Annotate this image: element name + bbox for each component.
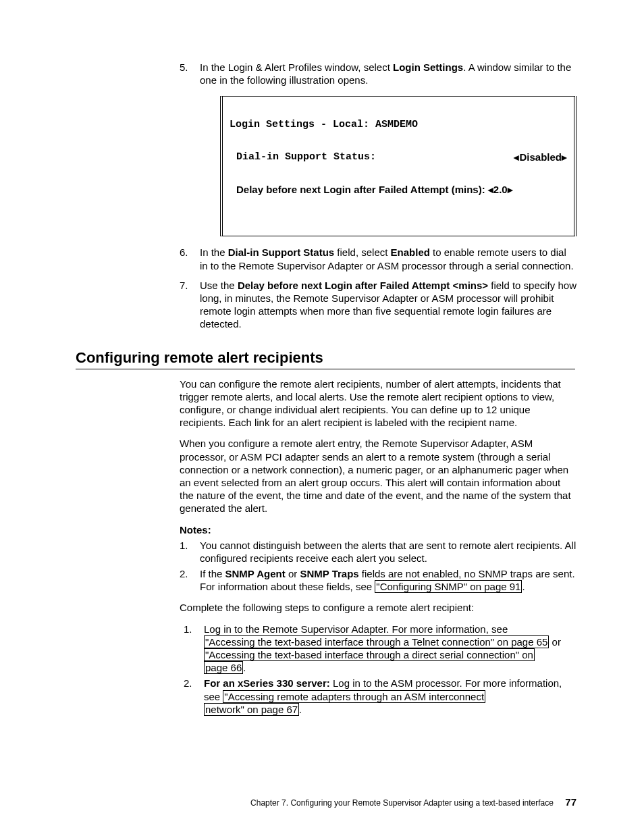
paragraph: You can configure the remote alert recip… [180, 377, 576, 429]
terminal-value: ◂Disabled▸ [514, 149, 567, 165]
note-number: 2. [180, 567, 188, 580]
terminal-line: Dial-in Support Status: [236, 149, 376, 165]
text: . [243, 662, 246, 673]
step-6: 6. In the Dial-in Support Status field, … [180, 246, 576, 271]
text: If the [200, 568, 225, 579]
step-item: 1. Log in to the Remote Supervisor Adapt… [184, 623, 576, 675]
terminal-line: Delay before next Login after Failed Att… [230, 182, 567, 198]
notes-heading: Notes: [180, 523, 576, 536]
text: In the Login & Alert Profiles window, se… [200, 61, 393, 73]
bold-text: Dial-in Support Status [228, 246, 335, 258]
bold-text: For an xSeries 330 server: [204, 677, 330, 689]
bold-text: Delay before next Login after Failed Att… [238, 280, 488, 291]
step-number: 6. [180, 246, 188, 259]
page-number: 77 [565, 796, 576, 808]
terminal-screenshot: Login Settings - Local: ASMDEMO Dial-in … [220, 96, 576, 236]
text: or [286, 568, 300, 579]
cross-reference-link[interactable]: "Accessing the text-based interface thro… [204, 648, 535, 661]
text: . [522, 581, 525, 592]
cross-reference-link[interactable]: "Configuring SNMP" on page 91 [375, 580, 522, 593]
note-item: 1. You cannot distinguish between the al… [180, 539, 576, 565]
cross-reference-link[interactable]: network" on page 67 [204, 703, 299, 716]
text: field, select [334, 246, 390, 258]
cross-reference-link[interactable]: "Accessing the text-based interface thro… [204, 635, 549, 648]
cross-reference-link[interactable]: page 66 [204, 661, 243, 674]
text: You cannot distinguish between the alert… [200, 540, 576, 564]
step-number: 1. [184, 623, 192, 635]
paragraph: Complete the following steps to configur… [180, 601, 576, 614]
text: . [299, 704, 302, 715]
step-7: 7. Use the Delay before next Login after… [180, 279, 576, 331]
bold-text: SNMP Traps [300, 568, 358, 579]
step-5: 5. In the Login & Alert Profiles window,… [180, 61, 576, 236]
cross-reference-link[interactable]: "Accessing remote adapters through an AS… [223, 690, 485, 703]
text: In the [200, 246, 228, 258]
step-item: 2. For an xSeries 330 server: Log in to … [184, 677, 576, 716]
step-number: 7. [180, 279, 188, 292]
text: Log in to the Remote Supervisor Adapter.… [204, 623, 508, 635]
step-number: 5. [180, 61, 188, 74]
bold-text: SNMP Agent [225, 568, 286, 579]
terminal-line: Login Settings - Local: ASMDEMO [230, 117, 567, 133]
section-heading: Configuring remote alert recipients [76, 348, 575, 369]
note-item: 2. If the SNMP Agent or SNMP Traps field… [180, 567, 576, 593]
note-number: 1. [180, 539, 188, 552]
text: Use the [200, 280, 238, 291]
paragraph: When you configure a remote alert entry,… [180, 437, 576, 515]
bold-text: Enabled [391, 246, 430, 258]
step-number: 2. [184, 677, 192, 689]
footer-text: Chapter 7. Configuring your Remote Super… [250, 798, 554, 808]
bold-text: Login Settings [393, 61, 463, 73]
page-footer: Chapter 7. Configuring your Remote Super… [250, 796, 576, 808]
text: or [549, 636, 561, 648]
